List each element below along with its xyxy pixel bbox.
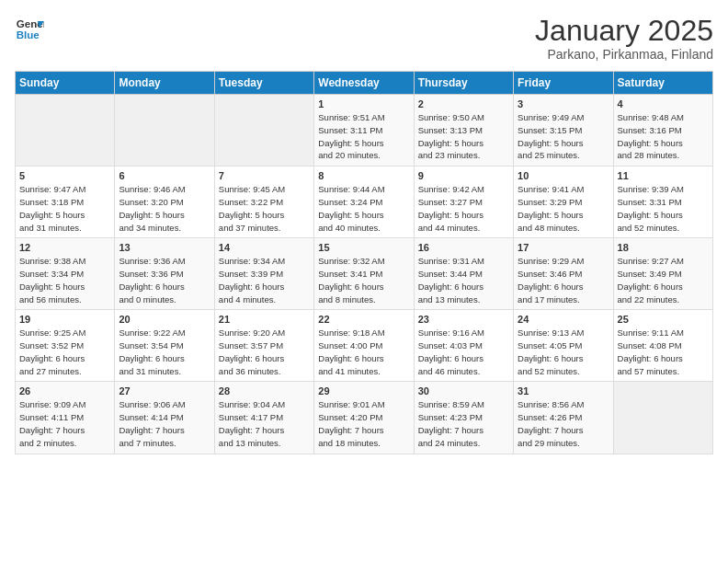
day-cell: 17Sunrise: 9:29 AMSunset: 3:46 PMDayligh… [514, 238, 613, 310]
day-number: 27 [119, 385, 210, 396]
svg-text:Blue: Blue [17, 29, 40, 40]
day-number: 15 [318, 242, 409, 253]
day-number: 14 [219, 242, 310, 253]
day-number: 29 [318, 385, 409, 396]
day-cell: 6Sunrise: 9:46 AMSunset: 3:20 PMDaylight… [115, 167, 214, 238]
day-info: Sunrise: 9:38 AMSunset: 3:34 PMDaylight:… [19, 255, 110, 305]
day-cell: 15Sunrise: 9:32 AMSunset: 3:41 PMDayligh… [314, 238, 414, 310]
header-row: Sunday Monday Tuesday Wednesday Thursday… [16, 72, 713, 95]
day-number: 8 [318, 170, 409, 181]
day-info: Sunrise: 9:13 AMSunset: 4:05 PMDaylight:… [518, 327, 609, 377]
day-info: Sunrise: 9:49 AMSunset: 3:15 PMDaylight:… [518, 111, 609, 162]
month-title: January 2025 [535, 15, 713, 47]
day-info: Sunrise: 9:46 AMSunset: 3:20 PMDaylight:… [119, 183, 210, 234]
day-cell: 25Sunrise: 9:11 AMSunset: 4:08 PMDayligh… [613, 310, 712, 382]
day-cell: 24Sunrise: 9:13 AMSunset: 4:05 PMDayligh… [514, 310, 613, 382]
day-cell: 14Sunrise: 9:34 AMSunset: 3:39 PMDayligh… [214, 238, 313, 310]
day-cell: 31Sunrise: 8:56 AMSunset: 4:26 PMDayligh… [514, 382, 613, 454]
day-info: Sunrise: 9:41 AMSunset: 3:29 PMDaylight:… [518, 183, 609, 234]
day-number: 7 [219, 170, 310, 181]
day-number: 9 [418, 170, 509, 181]
week-row-5: 26Sunrise: 9:09 AMSunset: 4:11 PMDayligh… [16, 382, 713, 454]
day-number: 28 [219, 385, 310, 396]
day-info: Sunrise: 9:39 AMSunset: 3:31 PMDaylight:… [618, 183, 709, 234]
day-cell: 30Sunrise: 8:59 AMSunset: 4:23 PMDayligh… [414, 382, 513, 454]
day-number: 24 [518, 314, 609, 325]
day-number: 26 [19, 385, 110, 396]
day-number: 17 [518, 242, 609, 253]
day-info: Sunrise: 9:44 AMSunset: 3:24 PMDaylight:… [318, 183, 409, 234]
day-number: 25 [618, 314, 709, 325]
day-cell: 2Sunrise: 9:50 AMSunset: 3:13 PMDaylight… [414, 95, 513, 167]
day-cell [115, 95, 214, 167]
day-number: 1 [318, 98, 409, 109]
day-info: Sunrise: 9:32 AMSunset: 3:41 PMDaylight:… [318, 255, 409, 305]
day-number: 10 [518, 170, 609, 181]
week-row-2: 5Sunrise: 9:47 AMSunset: 3:18 PMDaylight… [16, 167, 713, 238]
day-number: 2 [418, 98, 509, 109]
logo-icon: General Blue [15, 15, 44, 44]
day-cell: 28Sunrise: 9:04 AMSunset: 4:17 PMDayligh… [214, 382, 313, 454]
day-info: Sunrise: 8:56 AMSunset: 4:26 PMDaylight:… [518, 398, 609, 449]
day-cell: 29Sunrise: 9:01 AMSunset: 4:20 PMDayligh… [314, 382, 414, 454]
day-info: Sunrise: 8:59 AMSunset: 4:23 PMDaylight:… [418, 398, 509, 449]
col-saturday: Saturday [613, 72, 712, 95]
day-cell: 18Sunrise: 9:27 AMSunset: 3:49 PMDayligh… [613, 238, 712, 310]
day-info: Sunrise: 9:25 AMSunset: 3:52 PMDaylight:… [19, 327, 110, 377]
day-info: Sunrise: 9:51 AMSunset: 3:11 PMDaylight:… [318, 111, 409, 162]
day-info: Sunrise: 9:20 AMSunset: 3:57 PMDaylight:… [219, 327, 310, 377]
day-info: Sunrise: 9:36 AMSunset: 3:36 PMDaylight:… [119, 255, 210, 305]
week-row-4: 19Sunrise: 9:25 AMSunset: 3:52 PMDayligh… [16, 310, 713, 382]
col-wednesday: Wednesday [314, 72, 414, 95]
day-cell [214, 95, 313, 167]
day-number: 5 [19, 170, 110, 181]
title-block: January 2025 Parkano, Pirkanmaa, Finland [535, 15, 713, 62]
day-number: 3 [518, 98, 609, 109]
day-number: 20 [119, 314, 210, 325]
header: General Blue January 2025 Parkano, Pirka… [15, 15, 713, 62]
day-number: 6 [119, 170, 210, 181]
day-cell: 10Sunrise: 9:41 AMSunset: 3:29 PMDayligh… [514, 167, 613, 238]
day-info: Sunrise: 9:01 AMSunset: 4:20 PMDaylight:… [318, 398, 409, 449]
col-friday: Friday [514, 72, 613, 95]
day-cell: 21Sunrise: 9:20 AMSunset: 3:57 PMDayligh… [214, 310, 313, 382]
day-cell: 1Sunrise: 9:51 AMSunset: 3:11 PMDaylight… [314, 95, 414, 167]
day-info: Sunrise: 9:31 AMSunset: 3:44 PMDaylight:… [418, 255, 509, 305]
day-number: 21 [219, 314, 310, 325]
day-cell: 3Sunrise: 9:49 AMSunset: 3:15 PMDaylight… [514, 95, 613, 167]
day-cell: 13Sunrise: 9:36 AMSunset: 3:36 PMDayligh… [115, 238, 214, 310]
day-cell: 27Sunrise: 9:06 AMSunset: 4:14 PMDayligh… [115, 382, 214, 454]
day-cell: 20Sunrise: 9:22 AMSunset: 3:54 PMDayligh… [115, 310, 214, 382]
day-cell: 9Sunrise: 9:42 AMSunset: 3:27 PMDaylight… [414, 167, 513, 238]
day-info: Sunrise: 9:04 AMSunset: 4:17 PMDaylight:… [219, 398, 310, 449]
day-number: 4 [618, 98, 709, 109]
day-number: 31 [518, 385, 609, 396]
day-number: 11 [618, 170, 709, 181]
week-row-3: 12Sunrise: 9:38 AMSunset: 3:34 PMDayligh… [16, 238, 713, 310]
day-info: Sunrise: 9:22 AMSunset: 3:54 PMDaylight:… [119, 327, 210, 377]
day-cell: 7Sunrise: 9:45 AMSunset: 3:22 PMDaylight… [214, 167, 313, 238]
day-cell [613, 382, 712, 454]
col-thursday: Thursday [414, 72, 513, 95]
col-tuesday: Tuesday [214, 72, 313, 95]
day-number: 16 [418, 242, 509, 253]
day-number: 22 [318, 314, 409, 325]
day-info: Sunrise: 9:47 AMSunset: 3:18 PMDaylight:… [19, 183, 110, 234]
day-number: 18 [618, 242, 709, 253]
col-sunday: Sunday [16, 72, 115, 95]
col-monday: Monday [115, 72, 214, 95]
day-info: Sunrise: 9:09 AMSunset: 4:11 PMDaylight:… [19, 398, 110, 449]
day-cell: 4Sunrise: 9:48 AMSunset: 3:16 PMDaylight… [613, 95, 712, 167]
day-info: Sunrise: 9:42 AMSunset: 3:27 PMDaylight:… [418, 183, 509, 234]
day-info: Sunrise: 9:18 AMSunset: 4:00 PMDaylight:… [318, 327, 409, 377]
day-number: 12 [19, 242, 110, 253]
calendar-table: Sunday Monday Tuesday Wednesday Thursday… [15, 71, 713, 454]
day-info: Sunrise: 9:27 AMSunset: 3:49 PMDaylight:… [618, 255, 709, 305]
day-number: 23 [418, 314, 509, 325]
day-info: Sunrise: 9:11 AMSunset: 4:08 PMDaylight:… [618, 327, 709, 377]
day-cell: 8Sunrise: 9:44 AMSunset: 3:24 PMDaylight… [314, 167, 414, 238]
day-cell [16, 95, 115, 167]
day-cell: 11Sunrise: 9:39 AMSunset: 3:31 PMDayligh… [613, 167, 712, 238]
week-row-1: 1Sunrise: 9:51 AMSunset: 3:11 PMDaylight… [16, 95, 713, 167]
page: General Blue January 2025 Parkano, Pirka… [0, 0, 728, 563]
